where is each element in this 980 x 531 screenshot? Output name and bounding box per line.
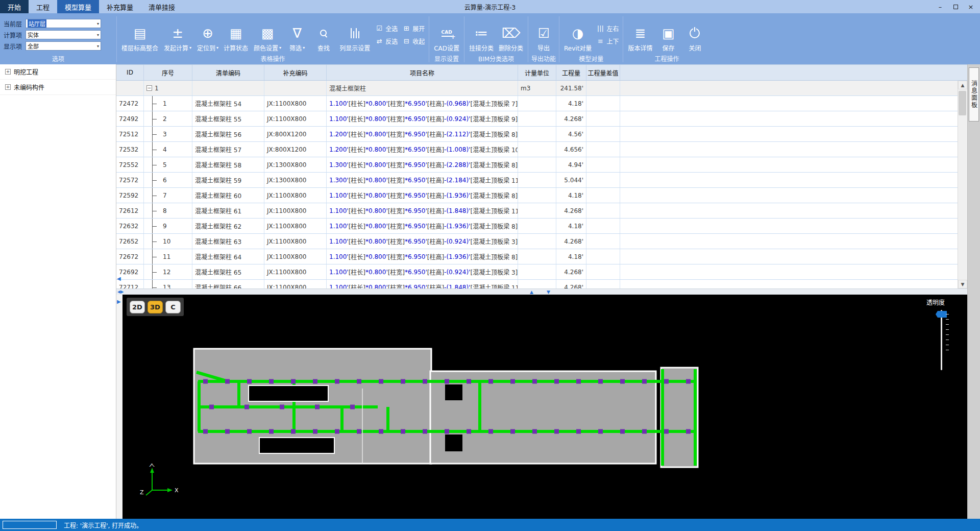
model-viewer-3d[interactable]: 2D 3D C 透明度 人 X Z: [122, 295, 967, 519]
tree-item-1[interactable]: +明挖工程: [0, 64, 116, 80]
column-header-工程量差值[interactable]: 工程量差值: [586, 65, 620, 80]
transparency-slider[interactable]: [940, 310, 943, 370]
tab-4[interactable]: 补充算量: [99, 0, 141, 13]
cell-supp: JX:800X1200: [264, 142, 327, 157]
minimize-button[interactable]: –: [936, 4, 944, 10]
ribbon-button-关闭[interactable]: 关闭: [681, 16, 708, 54]
左右-icon: |||: [596, 25, 604, 32]
splitter-left-arrows-icon[interactable]: ◀▶: [117, 289, 124, 294]
table-row-72612[interactable]: 726128混凝土框架柱 61JX:1100X8001.100'[柱长]*0.8…: [116, 203, 958, 219]
ribbon-button-左右[interactable]: |||左右: [596, 24, 619, 33]
dropdown-arrow-icon: ▾: [189, 45, 191, 50]
column-header-filler[interactable]: [620, 65, 967, 80]
tree-expand-icon[interactable]: +: [5, 84, 11, 90]
ribbon-group-1: ▤楼层标高整合±发起计算▾⊕定位到▾▦计算状态▩颜色设置▾∇筛选▾查找列显示设置…: [117, 13, 429, 64]
ribbon-button-Revit对量[interactable]: ◑Revit对量: [561, 16, 594, 54]
column-header-计量单位[interactable]: 计量单位: [518, 65, 556, 80]
收起-icon: ⊟: [402, 37, 410, 45]
cell-diff: [586, 81, 620, 95]
table-row-72552[interactable]: 725525混凝土框架柱 58JX:1300X8001.300'[柱长]*0.8…: [116, 157, 958, 173]
tree-expand-icon[interactable]: +: [5, 69, 11, 75]
message-panel-tab[interactable]: 消息面板: [969, 67, 979, 122]
cell-diff: [586, 264, 620, 279]
axis-z-label: Z: [140, 489, 144, 496]
table-row-72632[interactable]: 726329混凝土框架柱 62JX:1100X8001.100'[柱长]*0.8…: [116, 219, 958, 234]
ribbon-button-上下[interactable]: ≡上下: [596, 37, 619, 45]
transparency-slider-thumb[interactable]: [936, 311, 947, 318]
ribbon-button-计算状态[interactable]: ▦计算状态: [221, 16, 251, 54]
cell-id: 72492: [116, 111, 144, 126]
ribbon-button-删除分类[interactable]: ⌦删除分类: [496, 16, 526, 54]
mode-c-button[interactable]: C: [165, 301, 181, 313]
column-header-清单编码[interactable]: 清单编码: [192, 65, 264, 80]
tree-item-2[interactable]: +未编码构件: [0, 80, 116, 95]
table-row-72512[interactable]: 725123混凝土框架柱 56JX:800X12001.200'[柱长]*0.8…: [116, 127, 958, 142]
scroll-up-icon[interactable]: ▲: [958, 81, 967, 89]
axis-up-label: 人: [149, 464, 155, 468]
ribbon-button-发起计算[interactable]: ±发起计算▾: [161, 16, 194, 54]
ribbon-button-反选[interactable]: ⇄反选: [375, 37, 398, 45]
table-row-72652[interactable]: 7265210混凝土框架柱 63JX:1100X8001.100'[柱长]*0.…: [116, 234, 958, 249]
cell-qty: 4.268': [556, 280, 586, 288]
table-row-72472[interactable]: 724721混凝土框架柱 54JX:1100X8001.100'[柱长]*0.8…: [116, 96, 958, 111]
chevron-down-icon: ▾: [97, 21, 99, 26]
scrollbar-thumb[interactable]: [959, 91, 966, 115]
splitter-collapse-down-icon[interactable]: ▼: [547, 289, 550, 295]
tab-1[interactable]: 开始: [0, 0, 29, 13]
table-viewer-splitter[interactable]: ◀▶ ▲▼: [116, 288, 967, 295]
table-row-72592[interactable]: 725927混凝土框架柱 60JX:1100X8001.100'[柱长]*0.8…: [116, 188, 958, 203]
mode-2d-button[interactable]: 2D: [130, 301, 145, 313]
cell-sn: 10: [144, 234, 192, 249]
table-row-72672[interactable]: 7267211混凝土框架柱 64JX:1100X8001.100'[柱长]*0.…: [116, 249, 958, 264]
mode-3d-button[interactable]: 3D: [148, 301, 163, 313]
ribbon-button-收起[interactable]: ⊟收起: [402, 37, 425, 45]
ribbon-button-导出[interactable]: ☑导出: [530, 16, 557, 54]
table-vertical-scrollbar[interactable]: ▲ ▼: [958, 81, 967, 288]
dropdown-arrow-icon: ▾: [279, 45, 281, 50]
ribbon-button-筛选[interactable]: ∇筛选▾: [284, 16, 310, 54]
scroll-down-icon[interactable]: ▼: [958, 280, 967, 288]
ribbon-button-保存[interactable]: ▣保存: [655, 16, 681, 54]
tab-3[interactable]: 模型算量: [57, 0, 99, 13]
column-header-ID[interactable]: ID: [116, 65, 144, 80]
tab-2[interactable]: 工程: [29, 0, 57, 13]
maximize-button[interactable]: [951, 4, 960, 10]
ribbon-button-全选[interactable]: ☑全选: [375, 24, 398, 33]
cell-diff: [586, 234, 620, 249]
ribbon-button-挂接分类[interactable]: ≔挂接分类: [467, 16, 496, 54]
ribbon-button-定位到[interactable]: ⊕定位到▾: [194, 16, 221, 54]
定位到-icon: ⊕: [202, 27, 213, 40]
ribbon-button-CAD设置[interactable]: CADCAD设置: [431, 16, 462, 54]
option-select-2[interactable]: 实体▾: [26, 30, 101, 39]
column-header-补充编码[interactable]: 补充编码: [264, 65, 327, 80]
option-select-1[interactable]: 站厅层▾: [26, 19, 101, 28]
option-select-3[interactable]: 全部▾: [26, 41, 101, 51]
transparency-ticks: [946, 314, 949, 350]
cell-formula: 1.100'[柱长]*0.800'[柱宽]*6.950'[柱高]-(0.924)…: [327, 264, 518, 279]
column-header-序号[interactable]: 序号: [144, 65, 192, 80]
close-button[interactable]: ×: [967, 4, 975, 10]
table-row-72492[interactable]: 724922混凝土框架柱 55JX:1100X8001.100'[柱长]*0.8…: [116, 111, 958, 127]
table-row-72572[interactable]: 725726混凝土框架柱 59JX:1300X8001.300'[柱长]*0.8…: [116, 173, 958, 188]
ribbon-button-楼层标高整合[interactable]: ▤楼层标高整合: [119, 16, 161, 54]
column-header-项目名称[interactable]: 项目名称: [327, 65, 518, 80]
ribbon-button-版本详情[interactable]: ≣版本详情: [625, 16, 655, 54]
table-row-72532[interactable]: 725324混凝土框架柱 57JX:800X12001.200'[柱长]*0.8…: [116, 142, 958, 157]
ribbon-button-颜色设置[interactable]: ▩颜色设置▾: [251, 16, 284, 54]
ribbon-button-展开[interactable]: ⊞展开: [402, 24, 425, 33]
sidebar-collapse-arrow-icon[interactable]: ◀: [117, 276, 121, 281]
status-input-box[interactable]: [3, 521, 57, 529]
ribbon-button-查找[interactable]: 查找: [310, 16, 337, 54]
cell-qty: 4.18': [556, 96, 586, 111]
tab-5[interactable]: 清单挂接: [141, 0, 183, 13]
cell-supp: JX:1100X800: [264, 111, 327, 126]
table-row-72712[interactable]: 7271213混凝土框架柱 66JX:1100X8001.100'[柱长]*0.…: [116, 280, 958, 288]
group-collapse-icon[interactable]: −: [146, 85, 152, 91]
table-group-row[interactable]: −1混凝土框架柱m3241.58': [116, 81, 958, 96]
splitter-collapse-up-icon[interactable]: ▲: [530, 289, 533, 295]
ribbon-button-列显示设置[interactable]: 列显示设置: [337, 16, 373, 54]
column-header-工程量[interactable]: 工程量: [556, 65, 586, 80]
table-row-72692[interactable]: 7269212混凝土框架柱 65JX:1100X8001.100'[柱长]*0.…: [116, 264, 958, 280]
viewer-collapse-arrow-icon[interactable]: ▶: [117, 299, 121, 304]
cell-id: 72552: [116, 157, 144, 172]
